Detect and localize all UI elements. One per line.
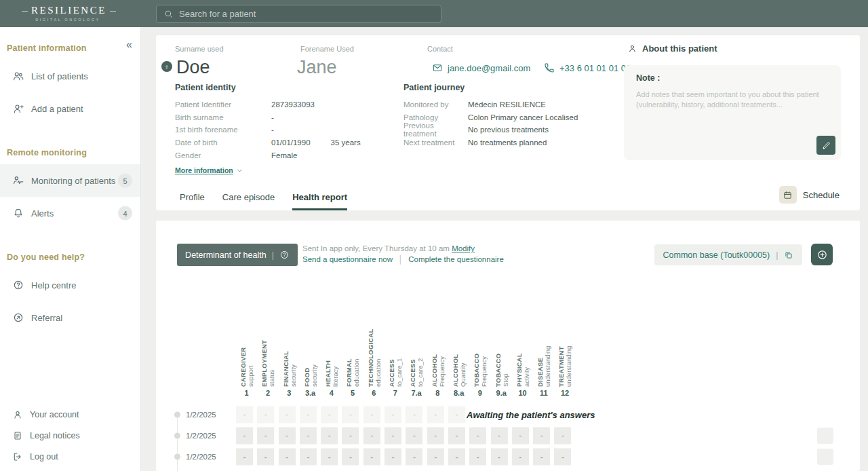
- top-bar: RESILIENCE DIGITAL ONCOLOGY: [0, 0, 868, 27]
- column-header-7: ACCESSto_care_1: [384, 302, 406, 387]
- determinant-of-health-button[interactable]: Determinant of health |: [177, 244, 298, 266]
- sidebar-item-legal-notices[interactable]: Legal notices: [0, 425, 140, 446]
- answer-cell: -: [427, 427, 444, 444]
- identity-row: Birth surname-: [175, 111, 361, 124]
- column-header-6: TECHNOLOGICALeducation: [363, 302, 384, 387]
- answer-cell: -: [384, 449, 401, 466]
- referral-icon: [12, 312, 24, 324]
- column-number-11: 11: [533, 389, 554, 397]
- copy-icon: [784, 250, 793, 260]
- timeline-dot: [174, 454, 180, 460]
- sidebar-item-log-out[interactable]: Log out: [0, 446, 140, 467]
- answer-cell: -: [257, 449, 274, 466]
- row-date: 1/2/2025: [186, 432, 216, 440]
- patient-gender-icon: ♀: [161, 61, 172, 72]
- column-header-10: PHYSICALactivity: [512, 302, 533, 387]
- answer-cell: -: [321, 427, 338, 444]
- answer-cell: -: [533, 449, 550, 466]
- answer-cell: -: [300, 427, 317, 444]
- answer-cell: -: [554, 449, 571, 466]
- section-heading: Do you need help?: [7, 252, 140, 265]
- column-headers: CAREGIVERsupportEMPLOYMENTstatusFINANCIA…: [236, 302, 576, 387]
- sidebar-item-label: Log out: [30, 452, 58, 461]
- tab-profile[interactable]: Profile: [180, 192, 205, 210]
- logout-icon: [12, 451, 23, 462]
- edit-note-button[interactable]: [816, 136, 835, 155]
- row-action-button[interactable]: [817, 449, 833, 465]
- column-header-5: FORMALeducation: [342, 302, 363, 387]
- patient-header-card: Surname used Forename Used Contact ♀ Doe…: [156, 35, 860, 210]
- sidebar-item-referral[interactable]: Referral: [0, 301, 140, 334]
- add-questionnaire-button[interactable]: [811, 244, 833, 265]
- more-information-link[interactable]: More information: [175, 166, 243, 174]
- health-report-card: Determinant of health | Sent In app only…: [156, 221, 860, 471]
- sidebar-item-help-centre[interactable]: Help centre: [0, 269, 140, 301]
- question-circle-icon: [279, 250, 290, 260]
- answer-cell: -: [257, 427, 274, 444]
- phone-icon: [544, 62, 555, 73]
- sidebar-item-your-account[interactable]: Your account: [0, 404, 140, 425]
- answer-cell: -: [384, 406, 401, 423]
- patient-journey-title: Patient journey: [403, 83, 465, 92]
- row-value: -: [271, 126, 274, 134]
- section-heading: Patient information: [7, 43, 140, 56]
- column-header-7.a: ACCESSto_care_2: [406, 302, 427, 387]
- phone-text: +33 6 01 01 01 01: [559, 63, 631, 73]
- sidebar-collapse-button[interactable]: «: [126, 39, 132, 50]
- sidebar-item-label: Referral: [31, 313, 62, 323]
- sidebar-item-label: Legal notices: [30, 431, 80, 440]
- help-icon: [12, 279, 24, 291]
- tab-health-report[interactable]: Health report: [292, 192, 347, 210]
- column-number-9: 9: [469, 389, 490, 397]
- questionnaire-send-info: Sent In app only, Every Thursday at 10 a…: [302, 244, 504, 263]
- sidebar-item-label: Your account: [30, 410, 79, 419]
- answer-cell: -: [321, 449, 338, 466]
- sidebar-item-list-of-patients[interactable]: List of patients: [0, 60, 140, 92]
- tab-care-episode[interactable]: Care episode: [222, 192, 275, 210]
- answer-cell: -: [342, 406, 359, 423]
- row-label: Patient Identifier: [175, 100, 271, 109]
- answer-cell: -: [554, 427, 571, 444]
- column-number-3: 3: [279, 389, 300, 397]
- sidebar-section-help: Do you need help? Help centre Referral: [0, 252, 140, 334]
- column-header-9.a: TOBACCOStop: [491, 302, 512, 387]
- answer-cell: -: [257, 406, 274, 423]
- patient-phone[interactable]: +33 6 01 01 01 01: [544, 62, 631, 73]
- row-action-button[interactable]: [817, 428, 833, 444]
- sidebar-item-monitoring-of-patients[interactable]: Monitoring of patients 5: [0, 164, 140, 197]
- patient-identity-rows: Patient Identifier2873933093 Birth surna…: [175, 98, 361, 162]
- column-number-8.a: 8.a: [448, 389, 469, 397]
- complete-questionnaire-link[interactable]: Complete the questionnaire: [408, 255, 504, 263]
- logo-subtitle: DIGITAL ONCOLOGY: [31, 18, 104, 22]
- sidebar: « Patient information List of patients A…: [0, 27, 141, 471]
- search-input[interactable]: [179, 9, 434, 19]
- pencil-icon: [821, 140, 831, 151]
- patient-email[interactable]: jane.doe@gmail.com: [432, 62, 530, 73]
- note-title: Note :: [636, 73, 829, 83]
- patient-search[interactable]: [156, 5, 441, 23]
- monitoring-count-badge: 5: [118, 174, 132, 188]
- answer-cell: -: [300, 406, 317, 423]
- answer-cells: -----------: [236, 406, 469, 423]
- common-base-button[interactable]: Common base (Toutk00005) |: [654, 244, 802, 265]
- journey-row: Previous treatmentNo previous treatments: [403, 124, 578, 136]
- patient-note-box: Note : Add notes that seem important to …: [624, 65, 841, 160]
- about-title-text: About this patient: [642, 43, 717, 54]
- column-numbers: 1233.a45677.a88.a99.a101112: [236, 389, 576, 397]
- column-header-8.a: ALCOHOLQuantity: [448, 302, 469, 387]
- awaiting-note: Awaiting the patient's answers: [467, 409, 595, 419]
- patient-journey-rows: Monitored byMédecin RESILIENCE Pathology…: [403, 98, 578, 149]
- answer-cell: -: [491, 449, 508, 466]
- sidebar-item-alerts[interactable]: Alerts 4: [0, 197, 140, 229]
- surname-label: Surname used: [175, 45, 224, 53]
- row-label: Birth surname: [175, 113, 271, 121]
- sidebar-item-add-a-patient[interactable]: Add a patient: [0, 92, 140, 125]
- answer-cell: -: [384, 427, 401, 444]
- send-questionnaire-link[interactable]: Send a questionnaire now: [302, 255, 393, 263]
- row-value: 01/01/1990: [271, 138, 311, 147]
- row-label: Gender: [175, 151, 271, 159]
- schedule-button[interactable]: Schedule: [779, 186, 840, 204]
- modify-link[interactable]: Modify: [452, 244, 475, 252]
- column-number-10: 10: [512, 389, 533, 397]
- column-number-4: 4: [321, 389, 342, 397]
